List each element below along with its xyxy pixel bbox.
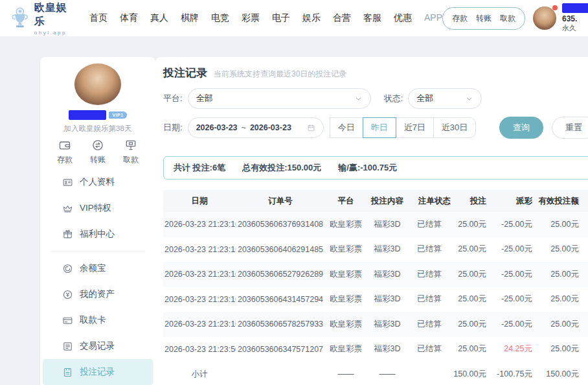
nav-item[interactable]: 体育 <box>120 12 138 24</box>
platform-select-value: 全部 <box>196 93 213 104</box>
table-row[interactable]: 2026-03-23 21:23:16 2036053606431457294 … <box>163 287 588 312</box>
cell-platform: 欧皇彩票 <box>325 294 367 305</box>
status-select[interactable]: 全部 <box>408 88 482 109</box>
nav-item[interactable]: 合营 <box>333 12 351 24</box>
wallet-action-button[interactable]: 转账 <box>476 13 492 24</box>
main-nav: 首页体育真人棋牌电竞彩票电子娱乐合营客服优惠APP <box>89 12 442 24</box>
sidebar-menu-item[interactable]: 投注记录 <box>43 359 153 385</box>
cell-payout: -25.00元 <box>486 294 532 305</box>
table-subtotal-row: 小计 —— —— 150.00元 -100.75元 150.00元 <box>163 362 588 385</box>
menu-item-icon <box>62 367 73 378</box>
cell-bet-amount: 25.00元 <box>451 219 486 230</box>
sidebar-menu-item[interactable]: 福利中心 <box>43 221 153 247</box>
nav-item[interactable]: 棋牌 <box>181 12 199 24</box>
cell-platform: 欧皇彩票 <box>325 269 367 280</box>
cell-status: 已结算 <box>408 219 451 230</box>
cell-payout: -25.00元 <box>486 219 532 230</box>
date-quick-range-button[interactable]: 今日 <box>330 117 363 138</box>
brand-subtitle: ohyl.app <box>34 30 75 36</box>
cell-status: 已结算 <box>408 269 451 280</box>
vip-badge: VIP1 <box>109 111 126 119</box>
table-row[interactable]: 2026-03-23 21:23:16 2036053606578257933 … <box>163 312 588 337</box>
wallet-action-button[interactable]: 存款 <box>452 13 468 24</box>
table-row[interactable]: 2026-03-23 21:23:50 2036053606347571207 … <box>163 337 588 362</box>
cell-bet-content: 福彩3D <box>367 294 408 305</box>
sidebar-menu-item[interactable]: 我的资产 <box>43 281 153 307</box>
table-row[interactable]: 2026-03-23 21:23:16 2036053606376931408 … <box>163 212 588 237</box>
search-button[interactable]: 查询 <box>499 117 543 139</box>
cell-payout: -25.00元 <box>486 319 532 330</box>
date-quick-range-button[interactable]: 昨日 <box>363 117 396 138</box>
cell-bet-content: 福彩3D <box>367 219 408 230</box>
user-avatar-wrap[interactable] <box>533 6 556 30</box>
sidebar-menu-secondary: 余额宝 我的资产 取款卡 交易记录 <box>40 255 155 385</box>
subtotal-valid: 150.00元 <box>532 369 579 380</box>
sidebar-quick-action[interactable]: 存款 <box>57 139 73 165</box>
cell-bet-content: 福彩3D <box>367 344 408 355</box>
nav-item[interactable]: 电子 <box>272 12 290 24</box>
nav-item[interactable]: 娱乐 <box>302 12 321 24</box>
menu-item-label: 我的资产 <box>80 288 115 300</box>
menu-item-icon <box>62 289 73 300</box>
nav-item[interactable]: 真人 <box>150 12 168 24</box>
sidebar-menu-item[interactable]: 余额宝 <box>43 255 153 281</box>
nav-item[interactable]: 首页 <box>89 12 107 24</box>
cell-date: 2026-03-23 21:23:16 <box>163 220 236 229</box>
cell-status: 已结算 <box>408 344 451 355</box>
platform-select[interactable]: 全部 <box>188 88 371 109</box>
filter-buttons: 查询 重置 <box>499 117 588 139</box>
date-quick-range-button[interactable]: 近30日 <box>433 117 476 138</box>
cell-valid-amount: 25.00元 <box>532 269 579 280</box>
menu-item-icon <box>62 229 73 240</box>
date-quick-range-button[interactable]: 近7日 <box>396 117 434 138</box>
chevron-down-icon <box>465 95 473 103</box>
sidebar-menu-item[interactable]: VIP特权 <box>43 195 153 221</box>
user-info[interactable]: 635. 永久 <box>562 3 588 33</box>
table-header-cell: 订单号 <box>236 196 325 207</box>
avatar[interactable] <box>74 64 121 105</box>
chevron-down-icon <box>354 95 363 103</box>
avatar[interactable] <box>533 6 556 30</box>
summary-win-loss: 输/赢:-100.75元 <box>338 162 397 174</box>
brand-title: 欧皇娱乐 <box>34 1 75 29</box>
username-censored <box>562 3 588 13</box>
betting-records-panel: 投注记录 当前系统支持查询最近30日的投注记录 平台: 全部 状态: 全部 日期… <box>155 57 588 385</box>
sidebar-menu-item[interactable]: 交易记录 <box>43 333 153 359</box>
topbar-right: 存款转账取款 635. 永久 <box>442 3 588 33</box>
table-row[interactable]: 2026-03-23 21:23:16 2036053606406291485 … <box>163 237 588 262</box>
nav-item[interactable]: 彩票 <box>242 12 260 24</box>
subtotal-platform: —— <box>325 369 367 379</box>
brand-logo[interactable]: 欧皇娱乐 ohyl.app <box>10 1 75 36</box>
table-header-cell: 有效投注额 <box>532 196 579 207</box>
nav-item[interactable]: APP <box>424 12 442 24</box>
table-header-row: 日期订单号平台投注内容注单状态投注派彩有效投注额 <box>163 190 588 212</box>
cell-order-number: 2036053606376931408 <box>236 220 325 229</box>
nav-item[interactable]: 优惠 <box>394 12 412 24</box>
wallet-action-button[interactable]: 取款 <box>500 13 515 24</box>
nav-item[interactable]: 客服 <box>363 12 381 24</box>
sidebar-quick-action[interactable]: 取款 <box>123 139 139 165</box>
subtotal-content: —— <box>367 369 408 379</box>
menu-item-label: 投注记录 <box>80 366 115 378</box>
cell-valid-amount: 25.00元 <box>532 344 579 355</box>
menu-item-label: 余额宝 <box>80 262 106 274</box>
status-label: 状态: <box>384 93 403 104</box>
menu-item-icon <box>62 177 73 188</box>
menu-item-label: 交易记录 <box>80 340 115 352</box>
trophy-logo-icon <box>10 6 30 30</box>
reset-button[interactable]: 重置 <box>552 117 588 139</box>
cell-payout: -25.00元 <box>486 244 532 255</box>
sidebar-menu-item[interactable]: 取款卡 <box>43 307 153 333</box>
wallet-action-group: 存款转账取款 <box>442 7 525 30</box>
bet-records-table: 日期订单号平台投注内容注单状态投注派彩有效投注额 2026-03-23 21:2… <box>163 190 588 385</box>
sidebar-menu-item[interactable]: 个人资料 <box>43 169 153 195</box>
cell-platform: 欧皇彩票 <box>325 244 367 255</box>
table-row[interactable]: 2026-03-23 21:23:16 2036053606527926289 … <box>163 262 588 287</box>
nav-item[interactable]: 电竞 <box>211 12 229 24</box>
table-header-cell: 投注 <box>451 196 486 207</box>
table-header-cell: 派彩 <box>486 196 532 207</box>
cell-bet-content: 福彩3D <box>367 269 408 280</box>
quick-action-icon <box>124 139 137 152</box>
date-range-input[interactable]: 2026-03-23 ~ 2026-03-23 <box>188 117 324 138</box>
sidebar-quick-action[interactable]: 转账 <box>90 139 106 165</box>
